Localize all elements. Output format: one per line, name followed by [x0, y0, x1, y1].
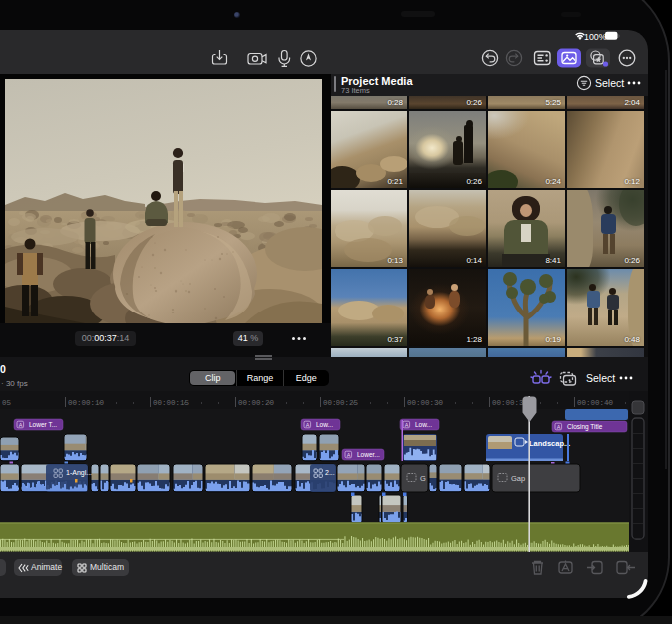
svg-text:Landscap...: Landscap... [529, 439, 570, 448]
svg-text:Lower T...: Lower T... [29, 421, 57, 428]
svg-text:Lower...: Lower... [357, 451, 380, 458]
svg-text:Gap: Gap [511, 474, 525, 483]
svg-text:A: A [557, 424, 561, 430]
svg-text:2...: 2... [325, 469, 335, 476]
svg-text:05: 05 [2, 399, 12, 407]
svg-text:G: G [420, 474, 426, 483]
svg-text:Closing Title: Closing Title [567, 423, 603, 431]
svg-text:A: A [405, 422, 409, 428]
svg-text:Low...: Low... [415, 421, 432, 428]
svg-text:Low...: Low... [316, 421, 333, 428]
svg-text:A: A [306, 422, 310, 428]
svg-text:A: A [347, 452, 351, 458]
svg-text:100%: 100% [584, 32, 607, 42]
svg-text:1-Angl...: 1-Angl... [66, 469, 92, 477]
svg-text:A: A [19, 422, 23, 428]
